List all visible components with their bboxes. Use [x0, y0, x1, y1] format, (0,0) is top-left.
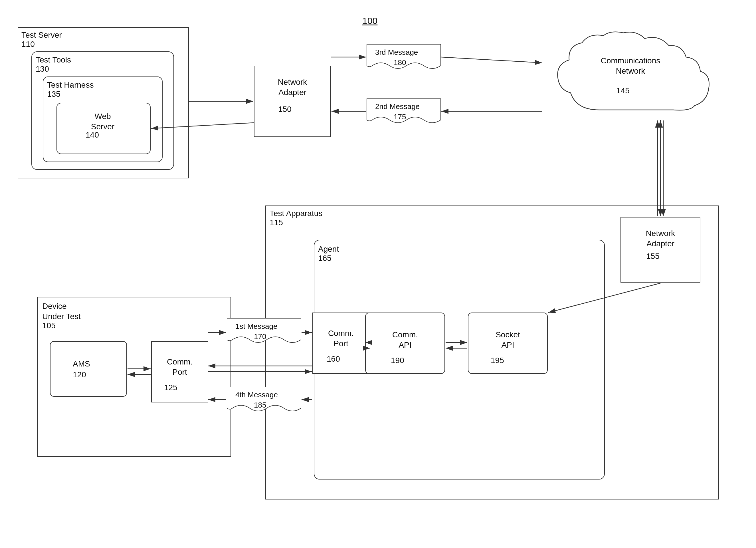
comm-port-125-label: Comm.Port — [156, 357, 203, 378]
msg-4th-label: 4th Message — [235, 390, 278, 400]
communications-network-label: CommunicationsNetwork — [585, 56, 676, 76]
agent-label: Agent — [318, 244, 339, 254]
network-adapter-155-number: 155 — [646, 251, 660, 261]
web-server-label: WebServer — [77, 111, 128, 132]
test-server-number: 110 — [21, 39, 35, 49]
network-adapter-155-label: NetworkAdapter — [626, 228, 695, 249]
msg-4th-number: 185 — [254, 401, 266, 410]
network-adapter-155-box — [620, 217, 700, 283]
communications-network-cloud — [542, 30, 727, 138]
web-server-number: 140 — [86, 130, 99, 140]
msg-2nd-container: 2nd Message 175 — [367, 98, 441, 124]
socket-api-number: 195 — [491, 355, 504, 366]
network-adapter-150-box — [254, 66, 331, 137]
comm-port-125-number: 125 — [164, 383, 177, 393]
comm-api-number: 190 — [391, 355, 404, 366]
msg-3rd-number: 180 — [394, 58, 406, 68]
msg-2nd-label: 2nd Message — [375, 102, 420, 112]
network-adapter-150-number: 150 — [278, 104, 292, 114]
device-under-test-label: DeviceUnder Test — [42, 301, 81, 322]
msg-1st-label: 1st Message — [235, 322, 277, 332]
test-tools-label: Test Tools — [36, 55, 71, 65]
test-apparatus-number: 115 — [270, 217, 283, 228]
test-server-label: Test Server — [21, 30, 62, 40]
comm-port-160-label: Comm.Port — [318, 328, 364, 349]
test-apparatus-label: Test Apparatus — [270, 208, 322, 218]
test-tools-number: 130 — [36, 64, 49, 74]
agent-number: 165 — [318, 253, 331, 263]
diagram: 100 Test Server 110 Test Tools 130 Test … — [0, 0, 756, 548]
comm-api-label: Comm.API — [382, 330, 428, 351]
test-harness-number: 135 — [47, 89, 60, 99]
msg-3rd-container: 3rd Message 180 — [367, 44, 441, 70]
arrow-3rd-msg-to-cloud — [441, 57, 542, 63]
comm-port-160-number: 160 — [327, 354, 340, 364]
msg-1st-number: 170 — [254, 332, 266, 342]
msg-1st-container: 1st Message 170 — [227, 318, 301, 344]
test-harness-label: Test Harness — [47, 80, 94, 90]
ams-label: AMS — [73, 359, 90, 369]
msg-2nd-number: 175 — [394, 112, 406, 122]
ams-number: 120 — [73, 370, 86, 380]
device-under-test-number: 105 — [42, 321, 56, 331]
diagram-title: 100 — [362, 16, 377, 26]
socket-api-label: SocketAPI — [479, 330, 536, 351]
network-adapter-150-label: NetworkAdapter — [260, 77, 325, 98]
msg-3rd-label: 3rd Message — [375, 48, 418, 57]
communications-network-number: 145 — [616, 86, 630, 96]
msg-4th-container: 4th Message 185 — [227, 387, 301, 413]
